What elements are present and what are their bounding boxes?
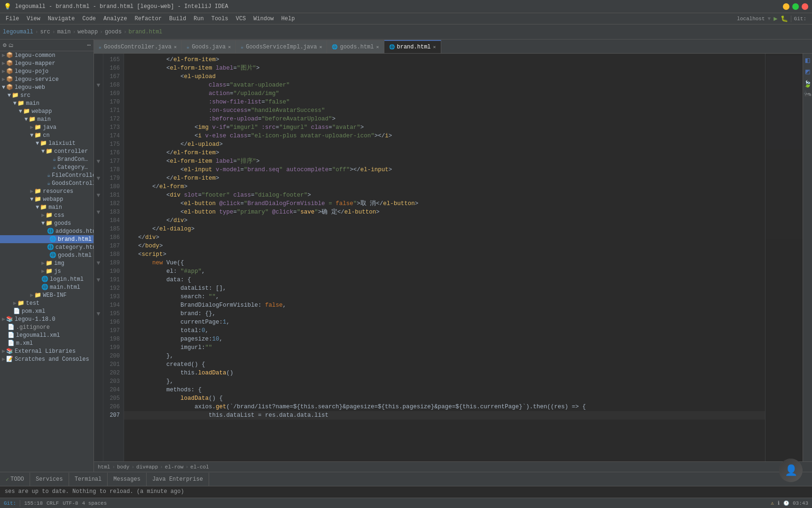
gradle-tool-icon[interactable]: ◩ xyxy=(805,67,810,76)
menu-file[interactable]: File xyxy=(2,13,23,24)
fold-arrow[interactable]: ▼ xyxy=(94,191,103,199)
tree-item-java[interactable]: ▶ 📁 java xyxy=(0,123,94,131)
tree-item-m-xml[interactable]: 📄 m.xml xyxy=(0,339,94,347)
tree-item-main-html[interactable]: 🌐 main.html xyxy=(0,283,94,291)
tree-item-legou-pojo[interactable]: ▶ 📦 legou-pojo xyxy=(0,67,94,75)
menu-code[interactable]: Code xyxy=(78,13,100,24)
menu-refactor[interactable]: Refactor xyxy=(131,13,165,24)
bottom-tab-terminal[interactable]: Terminal xyxy=(69,473,108,486)
tree-item-legou-mapper[interactable]: ▶ 📦 legou-mapper xyxy=(0,59,94,67)
webapp-breadcrumb[interactable]: webapp xyxy=(78,29,98,35)
tree-item-legou-lib[interactable]: ▶ 📚 legou-1.18.0 xyxy=(0,315,94,323)
bc-elcol[interactable]: el-col xyxy=(190,464,209,470)
tab-goods-html[interactable]: 🌐 goods.html ✕ xyxy=(327,40,384,53)
tree-item-img[interactable]: ▶ 📁 img xyxy=(0,259,94,267)
fold-arrow[interactable]: ▼ xyxy=(94,310,103,318)
tree-item-cn[interactable]: ▼ 📁 cn xyxy=(0,131,94,139)
tree-item-css[interactable]: ▶ 📁 css xyxy=(0,211,94,219)
menu-tools[interactable]: Tools xyxy=(208,13,232,24)
fold-arrow[interactable]: ▼ xyxy=(94,208,103,216)
info-icon[interactable]: ℹ xyxy=(778,500,780,506)
tree-item-addgoods[interactable]: 🌐 addgoods.html xyxy=(0,227,94,235)
line-col[interactable]: 155:18 xyxy=(24,500,43,506)
close-button[interactable] xyxy=(802,3,808,10)
tree-item-login-html[interactable]: 🌐 login.html xyxy=(0,275,94,283)
tree-item-goods-html[interactable]: 🌐 goods.html xyxy=(0,251,94,259)
tab-close-icon[interactable]: ✕ xyxy=(174,44,177,50)
ant-tool-icon[interactable]: 🐜 xyxy=(804,90,812,98)
tab-goods-java[interactable]: ☕ Goods.java ✕ xyxy=(182,40,236,53)
tree-item-gitignore[interactable]: 📄 .gitignore xyxy=(0,323,94,331)
tab-close-icon[interactable]: ✕ xyxy=(376,44,379,50)
tree-item-src[interactable]: ▼ 📁 src xyxy=(0,91,94,99)
tree-item-brandcontroller[interactable]: ☕ BrandControll xyxy=(0,155,94,163)
fold-arrow[interactable]: ▼ xyxy=(94,259,103,267)
tree-item-scratches[interactable]: ▶ 📝 Scratches and Consoles xyxy=(0,355,94,363)
fold-arrow[interactable]: ▼ xyxy=(94,81,103,89)
bottom-tab-java-enterprise[interactable]: Java Enterprise xyxy=(147,473,209,486)
bottom-tab-messages[interactable]: Messages xyxy=(108,473,147,486)
debug-button[interactable]: 🐛 xyxy=(781,15,788,23)
tree-item-webapp[interactable]: ▼ 📁 webapp xyxy=(0,107,94,115)
tree-item-main2[interactable]: ▼ 📁 main xyxy=(0,115,94,123)
run-button[interactable]: ▶ xyxy=(773,15,777,23)
sidebar-expand-icon[interactable]: ⋯ xyxy=(87,41,91,49)
menu-help[interactable]: Help xyxy=(278,13,299,24)
tree-item-filecontroller[interactable]: ☕ FileController xyxy=(0,171,94,179)
tree-item-controller[interactable]: ▼ 📁 controller xyxy=(0,147,94,155)
menu-window[interactable]: Window xyxy=(250,13,277,24)
fold-arrow[interactable]: ▼ xyxy=(94,276,103,284)
menu-analyze[interactable]: Analyze xyxy=(100,13,131,24)
bc-elrow[interactable]: el-row xyxy=(165,464,184,470)
tree-item-legoumall-xml[interactable]: 📄 legoumall.xml xyxy=(0,331,94,339)
menu-build[interactable]: Build xyxy=(165,13,190,24)
tab-close-icon[interactable]: ✕ xyxy=(433,44,436,50)
sidebar-gear-icon[interactable]: ⚙ xyxy=(3,41,7,49)
menu-run[interactable]: Run xyxy=(190,13,208,24)
minimize-button[interactable] xyxy=(783,3,789,10)
tree-item-goods-folder[interactable]: ▼ 📁 goods xyxy=(0,219,94,227)
git-status-icon[interactable]: Git: xyxy=(4,500,16,506)
tree-item-laixiuit[interactable]: ▼ 📁 laixiuit xyxy=(0,139,94,147)
tree-item-webinf[interactable]: ▶ 📁 WEB-INF xyxy=(0,291,94,299)
sidebar-collapse-icon[interactable]: 🗂 xyxy=(8,42,14,48)
tab-brand-html[interactable]: 🌐 brand.html ✕ xyxy=(384,40,441,53)
spring-tool-icon[interactable]: 🍃 xyxy=(804,80,812,88)
brand-breadcrumb[interactable]: brand.html xyxy=(129,29,163,35)
bottom-tab-todo[interactable]: ✓ TODO xyxy=(0,473,30,486)
tab-close-icon[interactable]: ✕ xyxy=(228,44,231,50)
tab-goodsserviceimpl[interactable]: ☕ GoodsServiceImpl.java ✕ xyxy=(236,40,327,53)
bc-body[interactable]: body xyxy=(117,464,129,470)
code-editor[interactable]: ▼ ▼ ▼ ▼ ▼ ▼ ▼ ▼ 165 166 16 xyxy=(94,54,812,461)
tree-item-pom[interactable]: 📄 pom.xml xyxy=(0,307,94,315)
bottom-tab-services[interactable]: Services xyxy=(30,473,69,486)
fold-arrow[interactable]: ▼ xyxy=(94,174,103,183)
bc-html[interactable]: html xyxy=(98,464,110,470)
tab-close-icon[interactable]: ✕ xyxy=(319,44,322,50)
tree-item-test[interactable]: ▶ 📁 test xyxy=(0,299,94,307)
tree-item-external-libs[interactable]: ▶ 📚 External Libraries xyxy=(0,347,94,355)
tab-goodscontroller[interactable]: ☕ GoodsController.java ✕ xyxy=(94,40,182,53)
maven-tool-icon[interactable]: ◧ xyxy=(805,56,810,65)
menu-vcs[interactable]: VCS xyxy=(232,13,250,24)
charset[interactable]: UTF-8 xyxy=(62,500,78,506)
tree-item-main3[interactable]: ▼ 📁 main xyxy=(0,203,94,211)
crlf[interactable]: CRLF xyxy=(47,500,59,506)
menu-view[interactable]: View xyxy=(23,13,44,24)
tree-item-main[interactable]: ▼ 📁 main xyxy=(0,99,94,107)
main-breadcrumb[interactable]: main xyxy=(57,29,71,35)
src-breadcrumb[interactable]: src xyxy=(40,29,50,35)
menu-navigate[interactable]: Navigate xyxy=(44,13,79,24)
fold-arrow[interactable]: ▼ xyxy=(94,157,103,166)
bc-divapp[interactable]: div#app xyxy=(136,464,158,470)
maximize-button[interactable] xyxy=(792,3,799,10)
tree-item-legou-web[interactable]: ▼ 📦 legou-web xyxy=(0,83,94,91)
warning-icon[interactable]: ⚠ xyxy=(771,500,774,506)
code-editor-content[interactable]: </el-form-item> <el-form-item label="图片"… xyxy=(124,54,765,461)
tree-item-legou-common[interactable]: ▶ 📦 legou-common xyxy=(0,51,94,59)
tree-item-brand-html[interactable]: 🌐 brand.html xyxy=(0,235,94,243)
tree-item-legou-service[interactable]: ▶ 📦 legou-service xyxy=(0,75,94,83)
tree-item-goodscontroller[interactable]: ☕ GoodsControll xyxy=(0,179,94,187)
tree-item-resources[interactable]: ▶ 📁 resources xyxy=(0,187,94,195)
goods-breadcrumb[interactable]: goods xyxy=(105,29,122,35)
